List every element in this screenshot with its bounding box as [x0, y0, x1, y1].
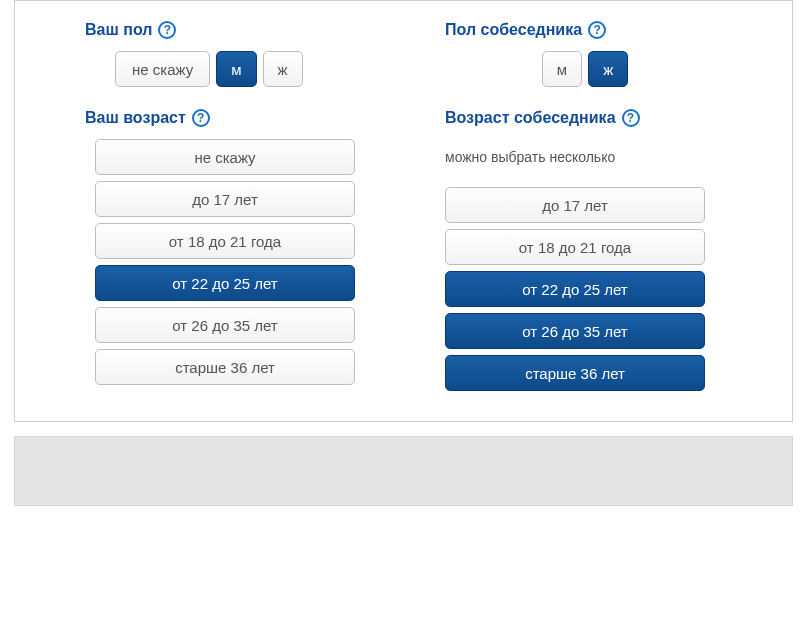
your-age-option-5[interactable]: старше 36 лет — [95, 349, 355, 385]
your-age-option-1[interactable]: до 17 лет — [95, 181, 355, 217]
help-icon[interactable]: ? — [192, 109, 210, 127]
your-gender-heading: Ваш пол ? — [85, 21, 365, 39]
your-gender-option-neskazhu[interactable]: не скажу — [115, 51, 210, 87]
your-age-option-3[interactable]: от 22 до 25 лет — [95, 265, 355, 301]
your-column: Ваш пол ? не скажу м ж Ваш возраст ? не … — [85, 21, 365, 391]
your-gender-heading-text: Ваш пол — [85, 21, 152, 39]
partner-age-option-0[interactable]: до 17 лет — [445, 187, 705, 223]
your-age-options: не скажу до 17 лет от 18 до 21 года от 2… — [95, 139, 355, 385]
your-age-heading: Ваш возраст ? — [85, 109, 365, 127]
your-gender-option-m[interactable]: м — [216, 51, 256, 87]
help-icon[interactable]: ? — [622, 109, 640, 127]
partner-age-option-1[interactable]: от 18 до 21 года — [445, 229, 705, 265]
partner-age-option-2[interactable]: от 22 до 25 лет — [445, 271, 705, 307]
partner-gender-options: м ж — [445, 51, 725, 87]
your-gender-option-zh[interactable]: ж — [263, 51, 303, 87]
columns: Ваш пол ? не скажу м ж Ваш возраст ? не … — [25, 21, 782, 391]
partner-age-option-3[interactable]: от 26 до 35 лет — [445, 313, 705, 349]
partner-gender-option-m[interactable]: м — [542, 51, 582, 87]
partner-age-heading: Возраст собеседника ? — [445, 109, 725, 127]
partner-age-options: можно выбрать несколько до 17 лет от 18 … — [445, 139, 705, 391]
your-age-option-4[interactable]: от 26 до 35 лет — [95, 307, 355, 343]
your-age-heading-text: Ваш возраст — [85, 109, 186, 127]
help-icon[interactable]: ? — [588, 21, 606, 39]
help-icon[interactable]: ? — [158, 21, 176, 39]
partner-gender-option-zh[interactable]: ж — [588, 51, 628, 87]
partner-age-heading-text: Возраст собеседника — [445, 109, 616, 127]
your-age-option-2[interactable]: от 18 до 21 года — [95, 223, 355, 259]
partner-gender-heading-text: Пол собеседника — [445, 21, 582, 39]
settings-panel: Ваш пол ? не скажу м ж Ваш возраст ? не … — [14, 0, 793, 422]
partner-column: Пол собеседника ? м ж Возраст собеседник… — [445, 21, 725, 391]
your-age-option-0[interactable]: не скажу — [95, 139, 355, 175]
partner-age-hint: можно выбрать несколько — [445, 139, 705, 175]
partner-age-option-4[interactable]: старше 36 лет — [445, 355, 705, 391]
bottom-bar — [14, 436, 793, 506]
your-gender-options: не скажу м ж — [85, 51, 365, 87]
partner-gender-heading: Пол собеседника ? — [445, 21, 725, 39]
